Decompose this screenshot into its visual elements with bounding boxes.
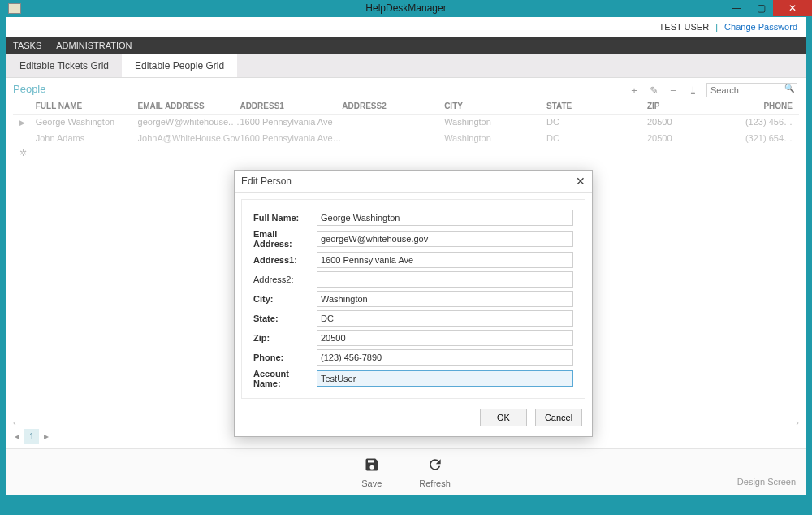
label-city: City: <box>253 294 317 304</box>
label-phone: Phone: <box>253 353 317 362</box>
close-button[interactable]: ✕ <box>773 0 812 16</box>
label-account-name: Account Name: <box>253 369 317 388</box>
modal-overlay: Edit Person ✕ Full Name: Email Address: … <box>6 17 806 495</box>
window-title: HelpDeskManager <box>0 0 812 17</box>
dialog-close-icon[interactable]: ✕ <box>576 175 585 188</box>
input-city[interactable] <box>317 291 573 307</box>
minimize-button[interactable]: — <box>724 0 749 16</box>
input-account-name[interactable] <box>317 370 573 387</box>
dialog-footer: OK Cancel <box>235 405 592 436</box>
label-address2: Address2: <box>253 275 317 284</box>
maximize-button[interactable]: ▢ <box>749 0 773 16</box>
label-email: Email Address: <box>253 229 317 249</box>
label-zip: Zip: <box>253 333 317 343</box>
input-phone[interactable] <box>317 349 573 366</box>
input-full-name[interactable] <box>317 210 573 226</box>
ok-button[interactable]: OK <box>480 409 527 426</box>
cancel-button[interactable]: Cancel <box>535 409 582 426</box>
titlebar[interactable]: HelpDeskManager — ▢ ✕ <box>0 0 812 17</box>
label-full-name: Full Name: <box>253 213 317 223</box>
dialog-title: Edit Person <box>241 175 292 187</box>
input-address1[interactable] <box>317 252 573 268</box>
input-address2[interactable] <box>317 271 573 288</box>
app-body: TEST USER | Change Password TASKS ADMINI… <box>0 17 812 501</box>
input-zip[interactable] <box>317 330 573 346</box>
label-address1: Address1: <box>253 255 317 265</box>
label-state: State: <box>253 314 317 323</box>
dialog-body: Full Name: Email Address: Address1: Addr… <box>241 199 585 399</box>
edit-person-dialog: Edit Person ✕ Full Name: Email Address: … <box>234 170 593 437</box>
input-email[interactable] <box>317 231 573 247</box>
input-state[interactable] <box>317 310 573 327</box>
dialog-titlebar[interactable]: Edit Person ✕ <box>235 171 592 193</box>
app-window: HelpDeskManager — ▢ ✕ TEST USER | Change… <box>0 0 812 515</box>
